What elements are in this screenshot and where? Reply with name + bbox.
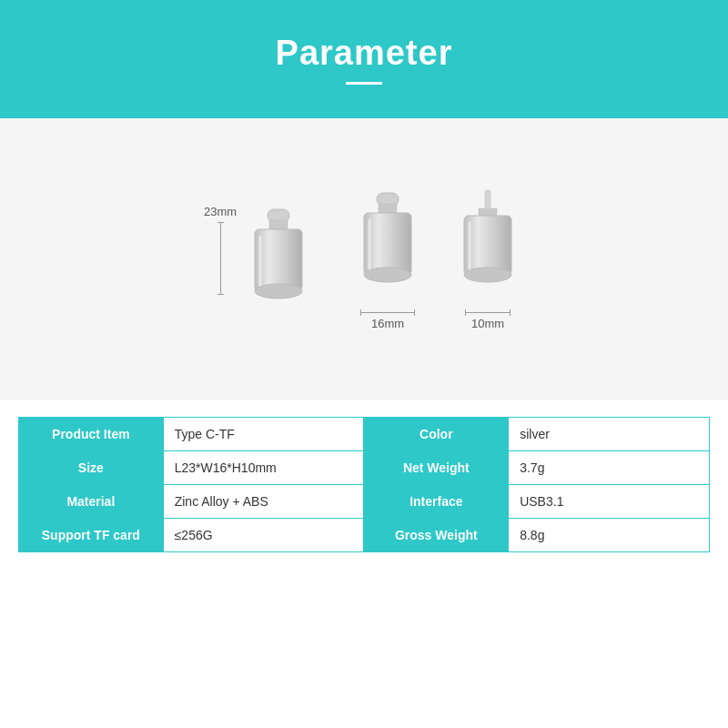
- spec-label-0-2: Color: [364, 418, 509, 451]
- svg-point-8: [364, 268, 411, 282]
- dim-16mm-label: 16mm: [371, 317, 404, 330]
- specs-row-3: Support TF card ≤256G Gross Weight 8.8g: [19, 519, 710, 552]
- spec-value-1-2: 3.7g: [509, 451, 710, 485]
- spec-label-0-1: Product Item: [19, 418, 164, 451]
- svg-rect-1: [269, 220, 288, 229]
- spec-label-1-2: Net Weight: [364, 451, 509, 485]
- adapter-front-svg: [242, 205, 315, 323]
- spec-value-3-1: ≤256G: [163, 519, 364, 552]
- svg-rect-11: [479, 208, 497, 216]
- page-title: Parameter: [276, 34, 453, 73]
- dim-23mm: 23mm: [204, 205, 237, 218]
- dim-10mm-label: 10mm: [471, 317, 504, 330]
- adapter-center-svg: [351, 188, 424, 307]
- product-right-wrap: 10mm: [451, 188, 524, 330]
- specs-row-0: Product Item Type C-TF Color silver: [19, 418, 710, 451]
- spec-label-2-1: Material: [19, 485, 164, 519]
- svg-rect-6: [379, 204, 397, 213]
- svg-rect-2: [255, 229, 302, 291]
- specs-row-1: Size L23*W16*H10mm Net Weight 3.7g: [19, 451, 710, 485]
- spec-label-3-1: Support TF card: [19, 519, 164, 552]
- spec-value-0-1: Type C-TF: [163, 418, 364, 451]
- specs-table: Product Item Type C-TF Color silver Size…: [18, 417, 710, 552]
- dimension-16mm: 16mm: [360, 312, 415, 330]
- header-divider: [346, 82, 382, 85]
- product-center-wrap: 16mm: [351, 188, 424, 330]
- specs-row-2: Material Zinc Alloy + ABS Interface USB3…: [19, 485, 710, 519]
- spec-value-2-1: Zinc Alloy + ABS: [163, 485, 364, 519]
- adapter-right-svg: [451, 188, 524, 307]
- vertical-line: [220, 222, 221, 295]
- spec-label-3-2: Gross Weight: [364, 519, 509, 552]
- spec-value-0-2: silver: [509, 418, 710, 451]
- svg-point-3: [255, 284, 302, 298]
- h-line-16: [360, 312, 415, 313]
- svg-rect-7: [364, 213, 411, 275]
- spec-value-3-2: 8.8g: [509, 519, 710, 552]
- dimension-10mm: 10mm: [465, 312, 511, 330]
- svg-point-13: [464, 268, 511, 282]
- spec-value-1-1: L23*W16*H10mm: [163, 451, 364, 485]
- spec-value-2-2: USB3.1: [509, 485, 710, 519]
- svg-rect-12: [464, 216, 511, 275]
- spec-label-2-2: Interface: [364, 485, 509, 519]
- spec-label-1-1: Size: [19, 451, 164, 485]
- product-images-section: 23mm: [0, 118, 728, 400]
- product-left-wrap: 23mm: [204, 196, 315, 323]
- header-section: Parameter: [0, 0, 728, 118]
- h-line-10: [465, 312, 511, 313]
- svg-rect-10: [485, 190, 490, 210]
- dimension-left: 23mm: [204, 205, 237, 295]
